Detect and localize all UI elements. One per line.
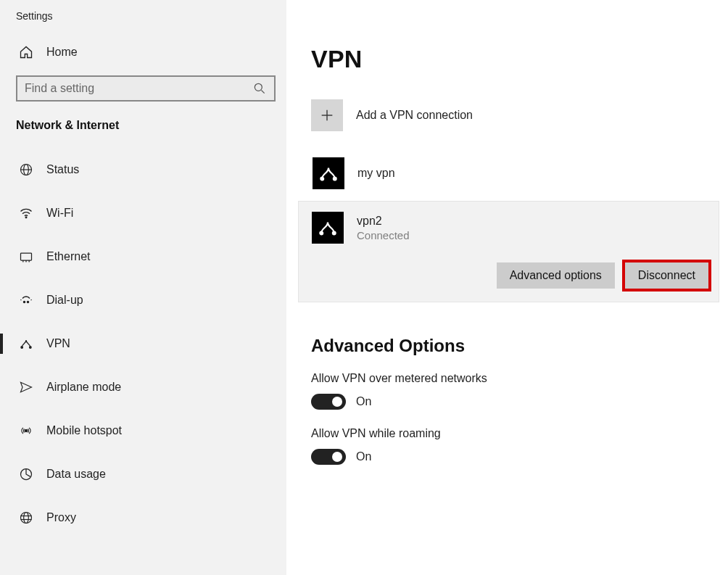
- sidebar-item-datausage[interactable]: Data usage: [0, 452, 286, 496]
- sidebar-item-label: Status: [46, 163, 79, 176]
- vpn-connection-myvpn[interactable]: my vpn: [311, 146, 728, 201]
- svg-point-25: [333, 232, 336, 235]
- wifi-icon: [19, 206, 33, 220]
- svg-point-16: [21, 513, 32, 524]
- app-title: Settings: [0, 9, 286, 39]
- sidebar: Settings Home Network & Internet Status: [0, 0, 286, 575]
- sidebar-item-hotspot[interactable]: Mobile hotspot: [0, 409, 286, 452]
- advanced-options-heading: Advanced Options: [311, 336, 728, 356]
- sidebar-item-dialup[interactable]: Dial-up: [0, 278, 286, 322]
- option-roaming: Allow VPN while roaming On: [311, 427, 728, 465]
- page-heading: VPN: [311, 45, 728, 73]
- search-container: [0, 75, 286, 119]
- plus-icon: [311, 99, 343, 131]
- option-metered: Allow VPN over metered networks On: [311, 372, 728, 410]
- vpn-connection-status: Connected: [357, 229, 410, 241]
- sidebar-item-label: Mobile hotspot: [46, 424, 122, 437]
- sidebar-item-label: Wi-Fi: [46, 207, 73, 220]
- sidebar-item-ethernet[interactable]: Ethernet: [0, 235, 286, 278]
- svg-point-14: [25, 429, 27, 431]
- sidebar-item-proxy[interactable]: Proxy: [0, 496, 286, 539]
- vpn-connection-name: my vpn: [357, 167, 395, 180]
- search-input[interactable]: [25, 82, 252, 95]
- settings-app: Settings Home Network & Internet Status: [0, 0, 728, 575]
- search-icon: [252, 81, 267, 96]
- vpn-connection-icon: [312, 212, 344, 244]
- svg-point-0: [255, 83, 262, 91]
- data-icon: [19, 467, 33, 481]
- sidebar-item-label: Ethernet: [46, 250, 90, 263]
- sidebar-item-status[interactable]: Status: [0, 148, 286, 191]
- sidebar-item-label: Dial-up: [46, 294, 83, 307]
- sidebar-item-airplane[interactable]: Airplane mode: [0, 365, 286, 409]
- vpn-connection-text: my vpn: [357, 167, 395, 180]
- svg-point-24: [320, 232, 323, 235]
- vpn-icon: [19, 336, 33, 351]
- sidebar-item-label: Airplane mode: [46, 381, 121, 394]
- sidebar-item-label: Data usage: [46, 468, 106, 481]
- home-icon: [19, 45, 33, 59]
- svg-point-17: [24, 513, 29, 524]
- svg-point-23: [334, 178, 336, 181]
- svg-line-1: [262, 91, 265, 94]
- svg-point-11: [27, 301, 28, 302]
- home-label: Home: [46, 46, 78, 59]
- add-vpn-label: Add a VPN connection: [356, 109, 473, 122]
- option-label: Allow VPN over metered networks: [311, 372, 728, 385]
- add-vpn-row[interactable]: Add a VPN connection: [311, 99, 728, 131]
- sidebar-item-wifi[interactable]: Wi-Fi: [0, 191, 286, 235]
- disconnect-button[interactable]: Disconnect: [625, 262, 708, 289]
- option-toggle-row: On: [311, 394, 728, 410]
- svg-point-13: [30, 347, 32, 349]
- vpn-connection-icon: [313, 157, 344, 189]
- svg-point-10: [23, 301, 25, 302]
- svg-point-5: [25, 217, 27, 218]
- sidebar-item-label: Proxy: [46, 511, 76, 524]
- svg-point-22: [320, 178, 323, 181]
- vpn-connection-selected: vpn2 Connected Advanced options Disconne…: [298, 201, 719, 302]
- svg-point-12: [21, 347, 23, 349]
- hotspot-icon: [19, 423, 33, 438]
- nav-list: Status Wi-Fi Ethernet Dial-up: [0, 148, 286, 539]
- vpn-connection-actions: Advanced options Disconnect: [312, 262, 708, 289]
- toggle-roaming[interactable]: [311, 449, 346, 465]
- proxy-icon: [19, 510, 33, 525]
- airplane-icon: [19, 380, 33, 394]
- vpn-connection-name: vpn2: [357, 215, 410, 228]
- category-title: Network & Internet: [0, 119, 286, 148]
- toggle-state: On: [356, 395, 371, 408]
- search-box[interactable]: [16, 75, 276, 102]
- vpn-connection-vpn2[interactable]: vpn2 Connected: [312, 212, 708, 262]
- globe-icon: [19, 162, 33, 177]
- toggle-state: On: [356, 450, 371, 463]
- main-content: VPN Add a VPN connection my vpn vpn2: [286, 0, 728, 575]
- advanced-options-button[interactable]: Advanced options: [497, 262, 615, 289]
- dialup-icon: [19, 293, 33, 307]
- ethernet-icon: [19, 249, 33, 264]
- sidebar-item-vpn[interactable]: VPN: [0, 322, 286, 365]
- toggle-metered[interactable]: [311, 394, 346, 410]
- vpn-connection-text: vpn2 Connected: [357, 215, 410, 241]
- option-label: Allow VPN while roaming: [311, 427, 728, 440]
- nav-home[interactable]: Home: [0, 39, 286, 75]
- option-toggle-row: On: [311, 449, 728, 465]
- svg-rect-6: [21, 253, 32, 260]
- sidebar-item-label: VPN: [46, 337, 70, 350]
